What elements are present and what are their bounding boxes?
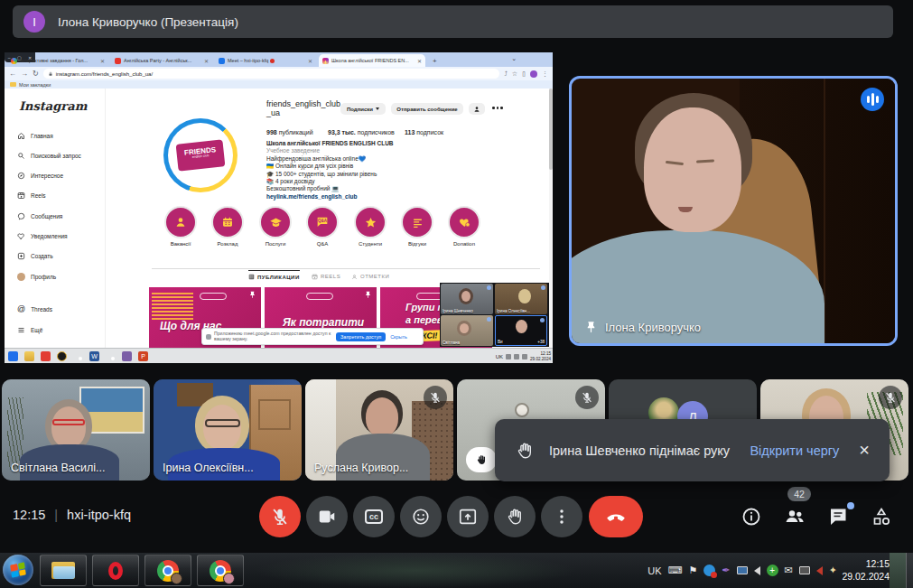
participant-tile-1[interactable]: Світлана Василі... — [2, 379, 150, 481]
toast-close-icon[interactable]: × — [859, 440, 870, 461]
reactions-button[interactable] — [400, 496, 442, 537]
sidebar-item-search[interactable]: Поисковый запрос — [17, 146, 81, 164]
tab-close-icon[interactable]: ✕ — [415, 58, 422, 64]
sidebar-item-explore[interactable]: Интересное — [17, 166, 63, 184]
taskbar-explorer-button[interactable] — [40, 555, 87, 586]
start-button[interactable] — [3, 555, 33, 585]
explorer-icon[interactable] — [24, 351, 34, 361]
chat-panel-button[interactable] — [827, 506, 849, 527]
highlight-donation[interactable]: Donation — [444, 206, 484, 247]
deny-access-button[interactable]: Запретить доступ — [336, 332, 386, 341]
tab-tagged[interactable]: ОТМЕТКИ — [351, 270, 389, 283]
mail-icon[interactable]: ✉ — [785, 565, 793, 576]
stat-followers[interactable]: 93,3 тыс. подписчиков — [328, 129, 395, 135]
highlight-qa[interactable]: Q&AQ&A — [303, 206, 342, 247]
pinned-video-tile[interactable]: Ілона Криворучко — [569, 76, 898, 346]
sidebar-item-home[interactable]: Главная — [17, 126, 53, 145]
sidebar-item-notifications[interactable]: Уведомления — [17, 227, 68, 245]
activities-button[interactable] — [871, 506, 892, 527]
sidebar-item-threads[interactable]: @Threads — [17, 300, 52, 318]
bookmark-label[interactable]: Мои закладки — [19, 82, 51, 88]
tab-close-icon[interactable]: ✕ — [201, 58, 209, 64]
people-panel-button[interactable] — [784, 506, 806, 527]
sidebar-item-messages[interactable]: Сообщения — [17, 207, 62, 225]
new-tab-button[interactable]: + — [429, 54, 440, 67]
language-indicator[interactable]: UK — [496, 354, 503, 359]
word-icon[interactable]: W — [89, 351, 99, 361]
forward-icon[interactable]: → — [21, 70, 28, 78]
app-icon-dark[interactable] — [57, 351, 67, 361]
sidebar-item-profile[interactable]: Профиль — [17, 267, 56, 285]
speaker-icon[interactable] — [754, 566, 760, 575]
similar-accounts-button[interactable] — [469, 103, 485, 115]
taskbar-chrome-button-2[interactable] — [197, 555, 244, 586]
people-app-icon[interactable] — [122, 351, 132, 361]
camera-button[interactable] — [306, 496, 348, 537]
language-indicator[interactable]: UK — [647, 565, 661, 576]
network-icon[interactable] — [737, 566, 748, 574]
highlight-reviews[interactable]: Відгуки — [397, 206, 437, 247]
taskbar-clock[interactable]: 12:15 29.02.2024 — [830, 558, 890, 583]
volume-icon[interactable] — [816, 566, 823, 575]
participant-tile-2[interactable]: Ірина Олексіївн... — [154, 379, 302, 481]
meeting-details-button[interactable] — [741, 506, 762, 527]
display-icon[interactable] — [799, 566, 810, 574]
highlight-schedule[interactable]: Розклад — [208, 206, 247, 247]
tray-icon[interactable] — [506, 354, 511, 359]
tray-icon[interactable] — [522, 354, 527, 359]
start-icon[interactable] — [8, 351, 18, 361]
sidebar-item-create[interactable]: Создать — [17, 247, 53, 265]
stat-following[interactable]: 113 подписок — [405, 129, 443, 135]
browser-tab-instagram-active[interactable]: Школа англійської FRIENDS EN...✕ — [319, 54, 425, 67]
highlight-services[interactable]: Послуги — [256, 206, 295, 247]
captions-button[interactable]: cc — [353, 496, 395, 537]
following-button[interactable]: Подписки — [340, 103, 386, 115]
antivirus-icon[interactable]: + — [767, 565, 778, 576]
tabstrip-chevron-icon[interactable]: ⌄ — [511, 55, 517, 62]
raise-hand-button[interactable] — [494, 496, 536, 537]
sidebar-item-more[interactable]: Ещё — [17, 321, 42, 339]
keyboard-icon[interactable]: ⌨ — [668, 565, 683, 576]
instagram-logo[interactable]: Instagram — [19, 99, 87, 113]
shared-clock[interactable]: 12:1529.02.2024 — [530, 351, 551, 361]
tab-posts[interactable]: ПУБЛИКАЦИИ — [248, 270, 300, 283]
taskbar-chrome-button-1[interactable] — [144, 555, 191, 586]
browser-tab-2[interactable]: Англійська Party - Англійськ...✕ — [111, 54, 212, 67]
options-icon[interactable] — [492, 107, 503, 109]
profile-photo-ring[interactable]: FRIENDSenglish club — [163, 118, 238, 192]
share-page-icon[interactable]: ⤴ — [504, 70, 508, 77]
tab-close-icon[interactable]: ✕ — [305, 58, 312, 64]
participant-tile-3[interactable]: Руслана Кривор... — [305, 379, 453, 481]
back-icon[interactable]: ← — [9, 70, 16, 78]
message-button[interactable]: Отправить сообщение — [391, 103, 463, 115]
browser-menu-icon[interactable]: ⋮ — [542, 70, 548, 78]
flag-icon[interactable]: ⚑ — [688, 565, 697, 576]
tab-reels[interactable]: REELS — [312, 270, 340, 283]
open-queue-button[interactable]: Відкрити чергу — [750, 443, 839, 458]
tab-close-icon[interactable]: ✕ — [98, 58, 105, 64]
mic-button-muted[interactable] — [259, 496, 301, 537]
highlight-vacancies[interactable]: Вакансії — [161, 206, 200, 247]
tray-icon[interactable] — [514, 354, 519, 359]
tray-app-icon[interactable] — [703, 565, 715, 576]
reload-icon[interactable]: ↻ — [33, 70, 39, 78]
bio-link[interactable]: heylink.me/friends_english_club — [266, 193, 510, 201]
scrollbar[interactable] — [549, 89, 553, 348]
browser-profile-avatar[interactable] — [530, 70, 537, 78]
highlight-students[interactable]: Студенти — [350, 206, 390, 247]
browser-tab-meet[interactable]: Meet – hxi-itpo-kfq ✕ — [215, 54, 316, 67]
more-options-button[interactable] — [541, 496, 582, 537]
sidebar-item-reels[interactable]: Reels — [17, 186, 46, 204]
hide-banner-link[interactable]: Скрыть — [390, 334, 407, 340]
show-desktop-button[interactable] — [906, 553, 913, 588]
powerpoint-icon[interactable]: P — [138, 351, 148, 361]
present-button[interactable] — [447, 496, 489, 537]
address-bar[interactable]: instagram.com/friends_english_club_ua/ — [43, 69, 500, 79]
bookmark-star-icon[interactable]: ☆ — [512, 70, 517, 78]
end-call-button[interactable] — [589, 496, 643, 537]
side-panel-icon[interactable]: ▯ — [522, 70, 526, 78]
browser-tab-1[interactable]: Інтерактивні завдання - Гол...✕ — [7, 54, 108, 67]
app-icon-red[interactable] — [41, 351, 51, 361]
pen-icon[interactable]: ✒ — [722, 565, 730, 576]
taskbar-opera-button[interactable] — [92, 555, 139, 586]
